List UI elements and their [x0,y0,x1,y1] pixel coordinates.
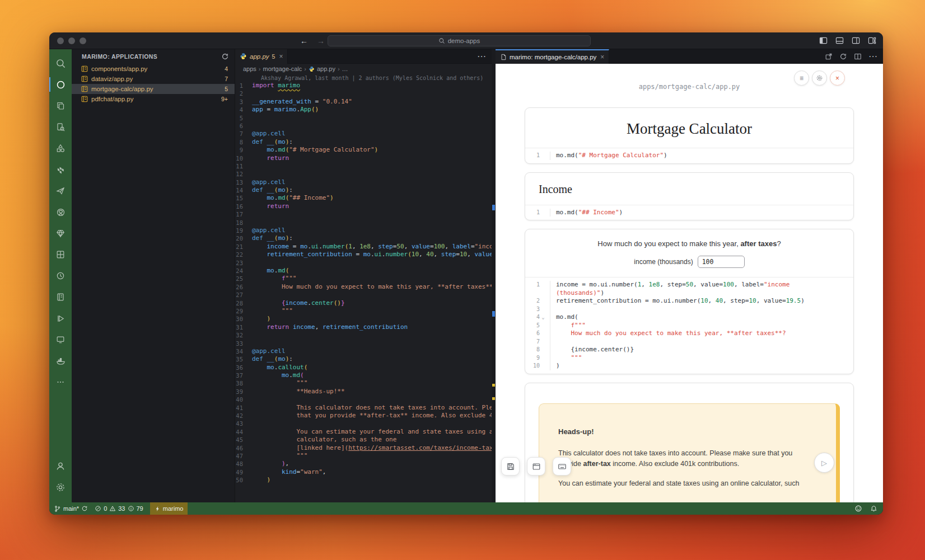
activity-search[interactable] [49,53,72,74]
activity-run[interactable] [49,308,72,329]
terraform-icon [57,166,65,174]
open-external-icon[interactable] [825,53,833,60]
toggle-panel-icon[interactable] [835,36,844,45]
paper-plane-icon [56,186,65,195]
callout-paragraph: This calculator does not take taxes into… [558,448,817,470]
notifications-bell-icon[interactable] [870,505,877,512]
activity-shapes[interactable] [49,138,72,159]
activity-remote[interactable] [49,329,72,350]
titlebar: ← → demo-apps [49,32,883,49]
code-editor[interactable]: Akshay Agrawal, last month | 2 authors (… [235,74,492,502]
panel-tab-bar: marimo: mortgage-calc/app.py × ⋯ [496,49,883,64]
file-name: dataviz/app.py [91,76,222,82]
marimo-icon [56,80,66,90]
error-icon [95,505,101,512]
activity-history[interactable] [49,265,72,286]
marimo-settings-button[interactable] [812,70,827,86]
ruler-mark-blue [492,205,495,210]
feedback-icon[interactable] [854,505,862,512]
account-icon [55,461,66,471]
settings-button[interactable] [49,477,72,498]
tab-marimo-preview[interactable]: marimo: mortgage-calc/app.py × [496,49,609,64]
more-actions-icon[interactable]: ⋯ [477,51,486,62]
traffic-lights[interactable] [49,37,92,44]
cell-code[interactable]: 1mo.md("# Mortgage Calculator") [525,148,853,163]
customize-layout-icon[interactable] [868,36,876,45]
file-name: mortgage-calc/app.py [91,86,222,92]
notebook-cell-callout[interactable]: Heads-up! This calculator does not take … [525,383,854,503]
git-blame-annotation: Akshay Agrawal, last month | 2 authors (… [261,75,492,81]
marimo-menu-button[interactable]: ≡ [794,70,809,86]
file-badge: 5 [225,86,235,92]
save-button[interactable] [501,457,520,476]
activity-file-search[interactable] [49,116,72,138]
info-icon [128,505,134,512]
close-tab-icon[interactable]: × [600,53,604,61]
chevron-icon: › [338,65,340,72]
sidebar-item-dataviz[interactable]: dataviz/app.py 7 [72,74,235,84]
monitor-icon [56,335,65,344]
notebook-cell-title[interactable]: Mortgage Calculator 1mo.md("# Mortgage C… [525,107,854,164]
file-badge: 7 [225,76,235,82]
more-actions-icon[interactable]: ⋯ [868,51,877,62]
activity-terraform[interactable] [49,159,72,180]
breadcrumb[interactable]: apps › mortgage-calc › app.py › … [235,64,492,74]
account-button[interactable] [49,455,72,477]
search-icon [55,58,66,69]
git-branch-status[interactable]: main* [54,505,88,512]
tab-app-py[interactable]: app.py 5 × [235,49,288,64]
activity-marimo[interactable] [49,74,72,95]
sidebar-item-components[interactable]: components/app.py 4 [72,64,235,74]
close-window-icon[interactable] [57,37,64,44]
sidebar-explorer: MARIMO: APPLICATIONS components/app.py 4… [72,49,235,502]
keyboard-shortcuts-button[interactable] [553,457,571,476]
activity-more[interactable] [49,371,72,393]
notebook-cell-income[interactable]: Income 1mo.md("## Income") [525,172,854,221]
activity-docker[interactable] [49,350,72,371]
breadcrumb-folder[interactable]: mortgage-calc [263,65,302,72]
activity-layout[interactable] [49,244,72,265]
zoom-window-icon[interactable] [80,37,86,44]
activity-copy[interactable] [49,95,72,116]
activity-plane[interactable] [49,180,72,201]
browser-icon [532,462,541,471]
open-in-browser-button[interactable] [527,457,545,476]
activity-github[interactable] [49,201,72,223]
sidebar-item-pdfchat[interactable]: pdfchat/app.py 9+ [72,94,235,104]
tab-problem-count: 5 [272,53,275,60]
code-lines: 1import marimo23__generated_with = "0.0.… [235,82,492,484]
command-center-search[interactable]: demo-apps [328,35,591,46]
copy-icon [56,101,65,110]
question-output: How much do you expect to make this year… [525,229,853,250]
marimo-shutdown-button[interactable]: × [830,70,845,86]
cell-code[interactable]: 1mo.md("## Income") [525,205,853,220]
breadcrumb-symbol[interactable]: … [342,65,348,72]
activity-notebook[interactable] [49,286,72,308]
tab-label: marimo: mortgage-calc/app.py [510,54,596,60]
refresh-icon[interactable] [839,53,847,60]
split-editor-icon[interactable] [854,53,862,60]
toggle-primary-sidebar-icon[interactable] [819,36,828,45]
activity-gem[interactable] [49,223,72,244]
notebook-cell-question[interactable]: How much do you expect to make this year… [525,229,854,374]
history-forward-icon[interactable]: → [317,36,325,45]
run-cell-button[interactable]: ▷ [814,453,834,473]
gem-icon [56,229,65,238]
problems-status[interactable]: 0 33 79 [95,505,143,512]
marimo-status-chip[interactable]: marimo [150,502,188,515]
income-input[interactable] [698,256,745,268]
md-heading-2: Income [525,173,853,205]
overview-ruler[interactable] [492,49,496,502]
breadcrumb-apps[interactable]: apps [243,65,256,72]
toggle-secondary-sidebar-icon[interactable] [852,36,860,45]
ruler-mark-yellow [492,384,495,387]
sidebar-item-mortgage-calc[interactable]: mortgage-calc/app.py 5 [72,84,235,94]
cell-code[interactable]: 1income = mo.ui.number(1, 1e8, step=50, … [525,277,853,374]
close-tab-icon[interactable]: × [279,53,283,60]
refresh-icon[interactable] [221,53,229,60]
breadcrumb-file[interactable]: app.py [317,65,335,72]
minimize-window-icon[interactable] [68,37,75,44]
history-back-icon[interactable]: ← [300,36,308,45]
md-heading-1: Mortgage Calculator [525,108,853,148]
shapes-icon [56,144,65,153]
